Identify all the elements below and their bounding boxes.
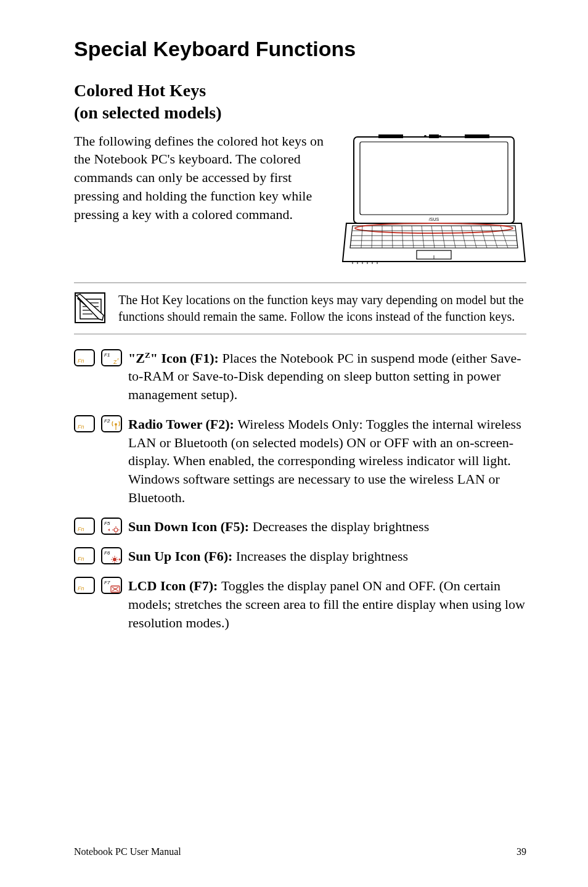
svg-text:/SUS: /SUS: [429, 217, 439, 221]
svg-line-22: [451, 226, 455, 248]
note-row: The Hot Key locations on the function ke…: [74, 283, 526, 334]
svg-text:Fn: Fn: [78, 358, 84, 364]
hotkey-row-f2: Fn F2 Radio Tower (F2): Wireless Models …: [74, 415, 526, 506]
f5-label: Sun Down Icon (F5):: [128, 519, 253, 534]
svg-line-18: [412, 226, 414, 248]
f1-label-b: " Icon (F1):: [150, 350, 223, 366]
svg-rect-6: [360, 142, 508, 215]
page-footer: Notebook PC User Manual 39: [74, 846, 526, 857]
page: Special Keyboard Functions Colored Hot K…: [0, 0, 588, 887]
svg-line-24: [471, 226, 476, 248]
hotkey-row-f7: Fn F7 LCD Icon (F7): Toggles the display…: [74, 577, 526, 632]
svg-text:z: z: [117, 357, 119, 361]
svg-rect-0: [354, 137, 514, 223]
page-title: Special Keyboard Functions: [74, 37, 526, 61]
svg-text:Fn: Fn: [78, 424, 84, 430]
svg-line-71: [112, 557, 113, 558]
footer-page-number: 39: [517, 846, 526, 857]
svg-line-17: [402, 226, 403, 248]
hotkey-row-f6: Fn F6 Sun Up Icon (F6): Increases the di…: [74, 547, 526, 566]
f7-keycap-icon: F7: [101, 577, 122, 595]
svg-point-8: [355, 223, 513, 233]
footer-left: Notebook PC User Manual: [74, 846, 181, 857]
fn-keycap-icon: Fn: [74, 577, 95, 595]
section-title-line1: Colored Hot Keys: [74, 81, 206, 100]
svg-text:Fn: Fn: [78, 556, 84, 562]
svg-line-26: [491, 226, 497, 248]
f5-text: Decreases the display brightness: [253, 519, 430, 534]
laptop-illustration: /SUS: [341, 132, 526, 268]
svg-point-4: [424, 135, 427, 138]
f7-label: LCD Icon (F7):: [128, 578, 221, 593]
svg-line-16: [392, 226, 393, 248]
svg-text:Fn: Fn: [78, 585, 84, 592]
f6-text: Increases the display brightness: [236, 548, 408, 564]
svg-point-52: [115, 424, 117, 426]
hotkey-desc-f5: Sun Down Icon (F5): Decreases the displa…: [128, 518, 429, 536]
fn-keycap-icon: Fn: [74, 415, 95, 434]
f2-label: Radio Tower (F2):: [128, 416, 237, 432]
hotkey-desc-f1: "ZZ" Icon (F1): Places the Notebook PC i…: [128, 349, 526, 404]
svg-text:Fn: Fn: [78, 526, 84, 532]
intro-row: The following defines the colored hot ke…: [74, 132, 526, 268]
note-text: The Hot Key locations on the function ke…: [118, 292, 526, 325]
svg-rect-2: [465, 134, 489, 138]
svg-point-57: [114, 528, 118, 532]
hotkey-desc-f6: Sun Up Icon (F6): Increases the display …: [128, 547, 408, 566]
f6-keycap-icon: F6: [101, 547, 122, 566]
svg-text:F6: F6: [104, 550, 110, 556]
svg-line-27: [500, 226, 508, 248]
note-icon: [74, 292, 106, 324]
svg-line-25: [481, 226, 487, 248]
svg-text:F7: F7: [104, 580, 110, 585]
f5-keycap-icon: F5: [101, 518, 122, 536]
hotkey-desc-f2: Radio Tower (F2): Wireless Models Only: …: [128, 415, 526, 506]
svg-rect-3: [429, 134, 439, 138]
svg-line-73: [112, 561, 113, 562]
intro-paragraph: The following defines the colored hot ke…: [74, 132, 329, 223]
fn-keycap-icon: Fn: [74, 518, 95, 536]
svg-text:F1: F1: [104, 352, 110, 358]
section-title: Colored Hot Keys (on selected models): [74, 80, 333, 125]
fn-keycap-icon: Fn: [74, 349, 95, 368]
svg-text:F5: F5: [104, 521, 110, 526]
svg-line-14: [372, 226, 372, 248]
svg-line-20: [431, 226, 435, 248]
svg-line-19: [422, 226, 424, 248]
hotkey-row-f1: Fn F1 Z z "ZZ" Icon (F1): Places the Not…: [74, 349, 526, 404]
svg-point-66: [113, 558, 116, 561]
svg-line-13: [361, 226, 362, 248]
f1-keycap-icon: F1 Z z: [101, 349, 122, 368]
svg-line-23: [461, 226, 466, 248]
f2-keycap-icon: F2: [101, 415, 122, 434]
f1-label-sup: Z: [145, 350, 150, 359]
svg-text:F2: F2: [104, 418, 110, 424]
svg-rect-1: [378, 134, 403, 138]
f1-label-a: "Z: [128, 350, 145, 366]
hotkey-row-f5: Fn F5 Sun Down Icon (F5): Decreases the …: [74, 518, 526, 536]
section-title-line2: (on selected models): [74, 103, 222, 122]
svg-line-21: [441, 226, 445, 248]
svg-line-74: [116, 561, 117, 562]
svg-line-72: [116, 557, 117, 558]
svg-point-5: [439, 135, 441, 138]
f6-label: Sun Up Icon (F6):: [128, 548, 236, 564]
hotkey-desc-f7: LCD Icon (F7): Toggles the display panel…: [128, 577, 526, 632]
fn-keycap-icon: Fn: [74, 547, 95, 566]
